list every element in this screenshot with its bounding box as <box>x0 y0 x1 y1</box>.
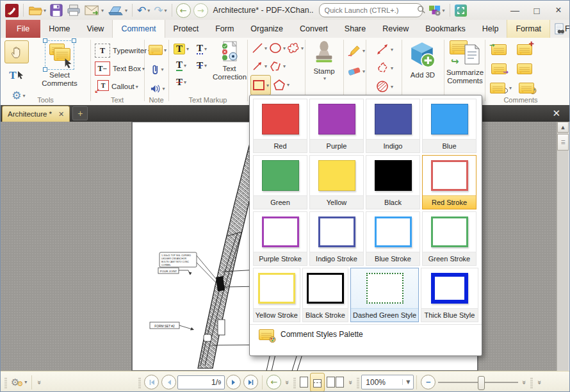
stamp-button[interactable]: Stamp▾ <box>307 40 341 102</box>
pin-comment-button[interactable]: ✚ <box>513 40 536 58</box>
palette-item-red-stroke[interactable]: Red Stroke <box>422 155 476 209</box>
tab-file[interactable]: File <box>6 20 40 38</box>
cloud-tool-button[interactable]: ▾ <box>286 39 304 57</box>
previous-page-button[interactable] <box>161 375 176 389</box>
palette-item-purple[interactable]: Purple <box>309 99 364 153</box>
typewriter-button[interactable]: T Typewriter▾ <box>94 42 151 60</box>
summarize-comments-button[interactable]: ↪ Summarize Comments <box>445 40 485 102</box>
document-tab-architecture[interactable]: Architecture * ✕ <box>2 106 70 122</box>
palette-item-black[interactable]: Black <box>366 155 420 209</box>
tab-comment[interactable]: Comment <box>112 20 165 38</box>
export-comments-button[interactable]: → <box>487 60 510 78</box>
status-options-button[interactable]: ⚙⚙▾ <box>9 375 29 390</box>
document-tab-close-icon[interactable]: ✕ <box>58 110 64 118</box>
palette-item-indigo-stroke[interactable]: Indigo Stroke <box>309 211 364 266</box>
eraser-tool-button[interactable]: ▾ <box>346 62 366 80</box>
tab-share[interactable]: Share <box>336 20 374 38</box>
layout-options-expand-icon[interactable]: » <box>346 378 355 387</box>
hand-tool-button[interactable] <box>4 40 29 63</box>
close-button[interactable]: × <box>548 3 569 18</box>
quick-launch-input[interactable] <box>323 6 417 15</box>
palette-item-purple-stroke[interactable]: Purple Stroke <box>253 211 307 266</box>
palette-item-thick-blue-style[interactable]: Thick Blue Style <box>421 268 478 322</box>
add-3d-button[interactable]: Add 3D <box>404 40 441 102</box>
area-tool-button[interactable]: ▾ <box>370 78 399 95</box>
last-page-button[interactable] <box>243 375 258 389</box>
palette-item-red[interactable]: Red <box>253 99 307 153</box>
comments-list-button[interactable] <box>513 60 536 78</box>
single-page-layout-button[interactable] <box>298 375 310 390</box>
perimeter-tool-button[interactable]: ▾ <box>370 59 399 77</box>
email-button[interactable]: ▾ <box>83 3 106 18</box>
ui-options-button[interactable]: ▾ <box>427 3 447 18</box>
undo-button[interactable]: ↶▾ <box>135 3 152 18</box>
statusbar-right-expand-icon[interactable]: » <box>535 378 544 387</box>
tab-convert[interactable]: Convert <box>291 20 336 38</box>
zoom-slider[interactable] <box>438 375 518 389</box>
highlight-text-button[interactable]: T▾ <box>172 40 190 57</box>
vertical-scrollbar[interactable]: ▲ ☰ <box>557 122 569 371</box>
continuous-layout-button[interactable] <box>310 373 325 392</box>
text-box-button[interactable]: T− Text Box▾ <box>94 60 145 78</box>
save-button[interactable] <box>48 3 65 18</box>
polygon-line-tool-button[interactable]: ▾ <box>268 57 286 75</box>
new-tab-button[interactable]: + <box>72 106 88 120</box>
text-correction-button[interactable]: Text Correction <box>212 40 247 102</box>
strikeout-text-button[interactable]: T▾ <box>172 74 190 90</box>
polygon-tool-button[interactable]: ▾ <box>272 75 290 94</box>
comment-styles-palette-menu-item[interactable]: Comment Styles Palette <box>250 324 482 344</box>
next-page-button[interactable] <box>226 375 241 389</box>
history-forward-button[interactable]: → <box>193 3 208 18</box>
zoom-expand-icon[interactable]: » <box>520 378 528 387</box>
arrow-tool-button[interactable]: ▾ <box>250 57 268 75</box>
tab-help[interactable]: Help <box>474 20 507 38</box>
print-button[interactable] <box>65 3 83 18</box>
quick-launch-box[interactable] <box>319 3 423 17</box>
tab-format[interactable]: Format <box>507 20 550 38</box>
open-button[interactable]: ▾ <box>26 3 48 18</box>
fullscreen-button[interactable] <box>453 3 469 18</box>
tab-protect[interactable]: Protect <box>165 20 208 38</box>
minimize-button[interactable]: — <box>504 3 526 18</box>
tab-view[interactable]: View <box>79 20 113 38</box>
zoom-slider-thumb[interactable] <box>478 376 485 390</box>
palette-item-black-stroke[interactable]: Black Stroke <box>302 268 349 322</box>
history-back-button[interactable]: ← <box>176 3 191 18</box>
two-page-layout-button[interactable] <box>325 375 346 390</box>
maximize-button[interactable]: □ <box>526 3 548 18</box>
insert-text-button[interactable]: T▾ <box>193 57 211 74</box>
select-text-button[interactable]: T <box>4 65 29 85</box>
expand-statusbar-left-icon[interactable]: » <box>35 378 44 387</box>
page-number-box[interactable]: 1/9 <box>177 375 225 389</box>
palette-item-green-stroke[interactable]: Green Stroke <box>422 211 476 266</box>
first-page-button[interactable] <box>144 375 159 389</box>
distance-tool-button[interactable]: ▾ <box>370 40 399 58</box>
tab-bookmarks[interactable]: Bookmarks <box>417 20 474 38</box>
close-document-icon[interactable]: ✕ <box>552 108 560 119</box>
tab-review[interactable]: Review <box>374 20 417 38</box>
palette-item-indigo[interactable]: Indigo <box>366 99 420 153</box>
tab-form[interactable]: Form <box>207 20 242 38</box>
view-history-expand-icon[interactable]: » <box>283 378 291 387</box>
line-tool-button[interactable]: ▾ <box>250 39 268 57</box>
palette-item-green[interactable]: Green <box>253 155 307 209</box>
zoom-out-button[interactable]: − <box>421 375 436 389</box>
comment-styles-button[interactable] <box>516 79 540 97</box>
pencil-tool-button[interactable]: ▾ <box>346 42 366 60</box>
palette-item-yellow[interactable]: Yellow <box>309 155 364 209</box>
oval-tool-button[interactable]: ▾ <box>268 39 286 57</box>
palette-item-blue-stroke[interactable]: Blue Stroke <box>366 211 420 266</box>
palette-item-blue[interactable]: Blue <box>422 99 476 153</box>
scrollbar-thumb[interactable]: ☰ <box>557 134 569 151</box>
sound-comment-button[interactable]: ▾ <box>148 80 167 97</box>
zoom-level-select[interactable]: 100% ▼ <box>361 375 414 389</box>
attach-file-button[interactable]: ▾ <box>148 61 167 78</box>
tab-home[interactable]: Home <box>40 20 78 38</box>
scroll-up-button[interactable]: ▲ <box>557 122 569 133</box>
underline-text-button[interactable]: T▾ <box>172 57 190 74</box>
palette-item-dashed-green-style[interactable]: Dashed Green Style <box>350 268 419 322</box>
squiggly-underline-button[interactable]: T▾ <box>193 40 211 57</box>
rectangle-tool-button[interactable]: ▾ <box>250 75 271 95</box>
redo-button[interactable]: ↷▾ <box>152 3 168 18</box>
import-comments-button[interactable]: → <box>487 40 510 58</box>
